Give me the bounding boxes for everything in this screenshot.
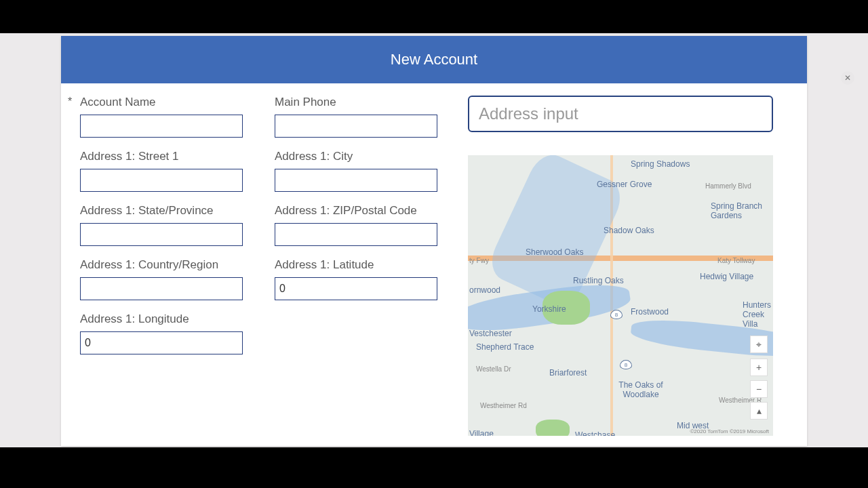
map-label: Frostwood	[631, 307, 669, 317]
close-button[interactable]: ✕	[841, 71, 854, 85]
map-label: Rustling Oaks	[573, 276, 624, 285]
route-shield-icon: 8	[610, 310, 623, 319]
map-label: Katy Tollway	[717, 257, 755, 264]
map-label: ornwood	[469, 285, 500, 295]
address-search-input[interactable]: Address input	[468, 96, 773, 132]
panel-header: New Account	[61, 36, 807, 83]
map-locate-button[interactable]: ⌖	[750, 336, 768, 353]
label-country: Address 1: Country/Region	[80, 258, 241, 272]
form-area: * Account Name Address 1: Street 1 Addre…	[68, 96, 448, 436]
input-longitude[interactable]	[80, 331, 243, 354]
map-view[interactable]: Spring Shadows Gessner Grove Hammerly Bl…	[468, 155, 773, 436]
map-label: Westella Dr	[476, 365, 511, 373]
address-search-placeholder: Address input	[479, 104, 578, 123]
map-label: Spring Branch Gardens	[711, 201, 772, 220]
input-state[interactable]	[80, 223, 243, 246]
input-account-name[interactable]	[80, 115, 243, 138]
map-area: Address input Spring Shadows Gessner Gro…	[448, 96, 800, 436]
input-main-phone[interactable]	[275, 115, 437, 138]
input-zip[interactable]	[275, 223, 437, 246]
label-state: Address 1: State/Province	[80, 204, 241, 218]
map-label: Gessner Grove	[597, 180, 652, 189]
map-zoom-out-button[interactable]: −	[750, 380, 768, 398]
map-label: Vestchester	[469, 329, 512, 338]
map-label: Spring Shadows	[631, 159, 690, 169]
field-account-name: * Account Name	[68, 96, 241, 138]
map-zoom-in-button[interactable]: +	[750, 359, 768, 376]
tilt-icon: ▴	[757, 405, 762, 416]
label-longitude: Address 1: Longitude	[80, 312, 241, 326]
map-label: Hammerly Blvd	[705, 182, 751, 190]
letterbox-bottom	[0, 447, 868, 488]
label-account-name: Account Name	[80, 96, 156, 109]
map-label: Westchase	[575, 430, 615, 436]
field-zip: Address 1: ZIP/Postal Code	[275, 204, 448, 246]
map-label: The Oaks of Woodlake	[614, 380, 668, 399]
map-attribution: ©2020 TomTom ©2019 Microsoft	[690, 428, 769, 434]
panel-title: New Account	[391, 51, 477, 68]
field-longitude: Address 1: Longitude	[68, 312, 241, 354]
route-shield-icon: 8	[620, 360, 632, 369]
form-column-2: Main Phone Address 1: City Address 1: ZI…	[275, 96, 448, 367]
map-label: Sherwood Oaks	[526, 247, 583, 257]
label-city: Address 1: City	[275, 150, 448, 163]
field-main-phone: Main Phone	[275, 96, 448, 138]
map-label: Westheimer Rd	[480, 402, 527, 409]
input-street1[interactable]	[80, 169, 243, 192]
map-label: Shepherd Trace	[476, 342, 534, 352]
field-state: Address 1: State/Province	[68, 204, 241, 246]
field-street1: Address 1: Street 1	[68, 150, 241, 192]
new-account-panel: New Account * Account Name	[61, 36, 807, 446]
field-latitude: Address 1: Latitude	[275, 258, 448, 300]
map-tiles: Spring Shadows Gessner Grove Hammerly Bl…	[468, 155, 773, 436]
map-label: Hedwig Village	[700, 272, 753, 281]
close-icon: ✕	[844, 73, 851, 83]
map-label: Hunters Creek Villa	[743, 300, 773, 329]
label-street1: Address 1: Street 1	[80, 150, 241, 163]
map-label: Briarforest	[549, 368, 587, 378]
map-label: Village	[469, 429, 494, 436]
label-main-phone: Main Phone	[275, 96, 448, 109]
map-label: Shadow Oaks	[604, 226, 654, 235]
input-city[interactable]	[275, 169, 437, 192]
panel-body: * Account Name Address 1: Street 1 Addre…	[61, 83, 807, 436]
minus-icon: −	[756, 384, 762, 394]
plus-icon: +	[756, 362, 762, 373]
letterbox-top	[0, 0, 868, 33]
map-label: ty Fwy	[469, 257, 489, 264]
input-latitude[interactable]	[275, 277, 437, 300]
label-zip: Address 1: ZIP/Postal Code	[275, 204, 448, 218]
form-column-1: * Account Name Address 1: Street 1 Addre…	[68, 96, 241, 367]
field-city: Address 1: City	[275, 150, 448, 192]
page-background: ✕ New Account * Account Name	[0, 33, 868, 447]
input-country[interactable]	[80, 277, 243, 300]
label-latitude: Address 1: Latitude	[275, 258, 448, 272]
required-marker: *	[68, 96, 80, 108]
locate-icon: ⌖	[756, 339, 762, 350]
map-label: Yorkshire	[532, 304, 566, 314]
map-tilt-button[interactable]: ▴	[750, 402, 768, 420]
field-country: Address 1: Country/Region	[68, 258, 241, 300]
